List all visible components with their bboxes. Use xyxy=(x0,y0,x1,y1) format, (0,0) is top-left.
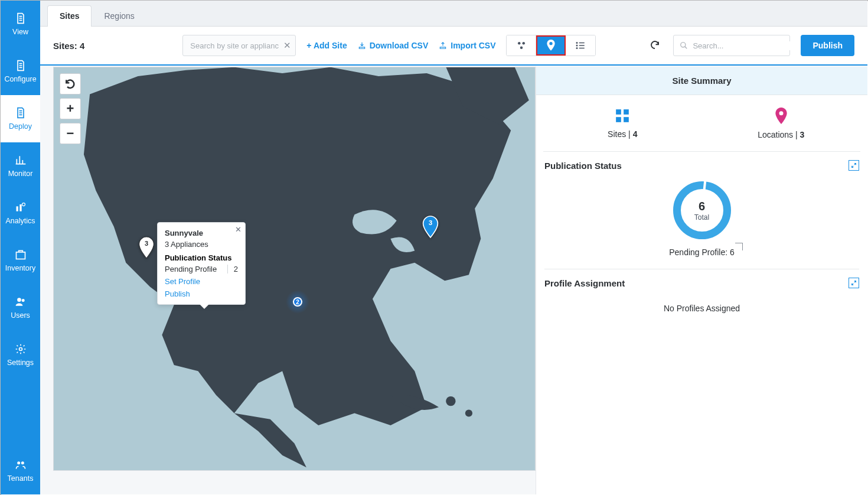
refresh-button[interactable] xyxy=(650,40,660,52)
button-label: Download CSV xyxy=(370,41,429,50)
pin-count: 3 xyxy=(145,240,148,247)
sidebar-item-settings[interactable]: Settings xyxy=(1,331,40,379)
pulse-count: 2 xyxy=(296,299,299,305)
bar-chart-icon xyxy=(15,154,27,166)
svg-rect-3 xyxy=(16,252,25,259)
document-icon xyxy=(15,12,27,24)
svg-point-7 xyxy=(17,461,20,464)
stat-locations[interactable]: Locations | 3 xyxy=(702,95,861,151)
close-icon[interactable]: ✕ xyxy=(283,40,291,51)
svg-point-15 xyxy=(576,47,578,49)
download-icon xyxy=(358,41,366,50)
tenants-icon xyxy=(15,459,27,471)
popup-pending-label: Pending Profile xyxy=(165,265,217,273)
stat-label: Sites | xyxy=(608,129,633,139)
document-icon xyxy=(15,107,27,119)
sidebar-item-view[interactable]: View xyxy=(1,1,40,48)
svg-rect-22 xyxy=(616,117,621,122)
publish-button[interactable]: Publish xyxy=(801,35,854,56)
expand-icon[interactable] xyxy=(849,278,859,288)
tabs-bar: Sites Regions xyxy=(40,1,867,27)
view-toggle xyxy=(506,35,596,56)
map[interactable]: + − 3 3 2 ✕ Sunnyvale xyxy=(53,67,536,471)
svg-point-18 xyxy=(446,396,455,406)
svg-point-4 xyxy=(17,298,21,302)
popup-section-title: Publication Status xyxy=(165,253,238,262)
map-zoom-in-button[interactable]: + xyxy=(60,98,81,119)
sidebar-item-users[interactable]: Users xyxy=(1,284,40,331)
gear-icon xyxy=(15,343,27,355)
document-icon xyxy=(15,60,27,71)
section-title: Publication Status xyxy=(544,161,622,171)
close-icon[interactable]: ✕ xyxy=(235,225,242,234)
sites-count: Sites: 4 xyxy=(53,41,84,51)
summary-header: Site Summary xyxy=(536,67,867,95)
analytics-icon xyxy=(15,201,27,213)
sidebar-item-label: Settings xyxy=(7,359,34,367)
world-map xyxy=(54,67,535,470)
popup-title: Sunnyvale xyxy=(165,229,238,237)
inventory-icon xyxy=(15,249,27,260)
tab-label: Sites xyxy=(60,11,79,21)
pin-count: 3 xyxy=(429,219,432,226)
svg-point-5 xyxy=(21,299,24,302)
cluster-icon xyxy=(516,40,527,51)
button-label: Import CSV xyxy=(451,41,495,50)
svg-point-14 xyxy=(576,45,578,47)
sidebar-item-label: View xyxy=(12,28,28,36)
search-input[interactable] xyxy=(182,35,296,56)
sidebar-item-label: Inventory xyxy=(5,264,35,272)
main-area: Sites Regions Sites: 4 ✕ + Add Site Down… xyxy=(40,1,867,494)
profile-assignment-section: Profile Assignment No Profiles Assigned xyxy=(536,269,867,331)
popup-publish-link[interactable]: Publish xyxy=(165,289,238,298)
popup-pending-value: 2 xyxy=(227,265,238,273)
popup-set-profile-link[interactable]: Set Profile xyxy=(165,277,238,286)
sidebar-item-deploy[interactable]: Deploy xyxy=(1,95,40,142)
add-site-button[interactable]: + Add Site xyxy=(306,41,347,50)
map-pin-east[interactable]: 3 xyxy=(422,216,439,237)
view-map-button[interactable] xyxy=(536,35,566,56)
donut-legend: Pending Profile: 6 xyxy=(669,248,735,257)
map-zoom-out-button[interactable]: − xyxy=(60,123,81,144)
sidebar-item-monitor[interactable]: Monitor xyxy=(1,142,40,190)
tab-label: Regions xyxy=(104,11,134,21)
map-pin-west[interactable]: 3 xyxy=(138,237,155,258)
sidebar-item-label: Monitor xyxy=(8,170,33,178)
view-list-button[interactable] xyxy=(566,35,595,56)
svg-point-2 xyxy=(22,203,25,206)
sidebar-item-tenants[interactable]: Tenants xyxy=(1,447,40,494)
view-cluster-button[interactable] xyxy=(507,35,536,56)
button-label: + Add Site xyxy=(306,41,347,50)
global-search-input[interactable] xyxy=(693,41,792,50)
svg-point-13 xyxy=(576,42,578,44)
map-popup: ✕ Sunnyvale 3 Appliances Publication Sta… xyxy=(157,222,246,305)
sidebar-item-label: Analytics xyxy=(5,217,35,225)
sidebar-item-inventory[interactable]: Inventory xyxy=(1,237,40,284)
map-pulse-marker[interactable]: 2 xyxy=(286,290,309,314)
svg-point-16 xyxy=(681,43,686,47)
sidebar-item-configure[interactable]: Configure xyxy=(1,48,40,95)
sidebar-item-label: Configure xyxy=(4,75,36,83)
sidebar-item-analytics[interactable]: Analytics xyxy=(1,190,40,237)
location-pin-icon xyxy=(775,108,788,124)
link-label: Publish xyxy=(165,289,190,298)
svg-point-11 xyxy=(520,47,523,50)
tab-sites[interactable]: Sites xyxy=(47,5,92,27)
donut-chart: 6 Total Pending Profile: 6 xyxy=(544,171,859,263)
tab-regions[interactable]: Regions xyxy=(92,5,146,27)
svg-rect-1 xyxy=(19,204,21,211)
sidebar-item-label: Tenants xyxy=(8,474,34,483)
svg-rect-21 xyxy=(624,109,629,115)
svg-point-10 xyxy=(522,42,525,45)
svg-rect-20 xyxy=(616,109,621,115)
pin-icon xyxy=(546,40,556,51)
download-csv-button[interactable]: Download CSV xyxy=(358,41,429,50)
map-reset-button[interactable] xyxy=(60,73,81,95)
site-search: ✕ xyxy=(182,35,296,56)
stat-value: 3 xyxy=(800,130,805,139)
import-csv-button[interactable]: Import CSV xyxy=(439,41,495,50)
svg-point-9 xyxy=(518,42,521,45)
sidebar-item-label: Deploy xyxy=(9,122,32,131)
expand-icon[interactable] xyxy=(849,160,859,171)
stat-sites[interactable]: Sites | 4 xyxy=(543,95,702,151)
